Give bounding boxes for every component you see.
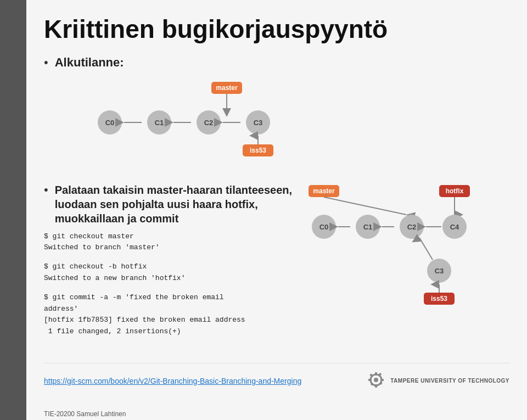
svg-text:master: master xyxy=(216,84,238,92)
svg-line-34 xyxy=(419,238,433,260)
diagram2: master hotfix C0 C1 xyxy=(307,183,509,348)
svg-line-21 xyxy=(324,197,406,215)
footer-logo-text: TAMPERE UNIVERSITY OF TECHNOLOGY xyxy=(390,378,509,384)
svg-rect-44 xyxy=(368,379,372,381)
bullet-dot-1: • xyxy=(44,57,48,69)
code-block-1: $ git checkout master Switched to branch… xyxy=(44,231,307,254)
bottom-text: TIE-20200 Samuel Lahtinen xyxy=(44,410,126,418)
footer-link[interactable]: https://git-scm.com/book/en/v2/Git-Branc… xyxy=(44,377,301,385)
svg-text:iss53: iss53 xyxy=(431,295,447,303)
svg-rect-45 xyxy=(380,379,384,381)
code-block-2: $ git checkout -b hotfix Switched to a n… xyxy=(44,261,307,284)
code-block-3: $ git commit -a -m 'fixed the broken ema… xyxy=(44,292,307,338)
footer: https://git-scm.com/book/en/v2/Git-Branc… xyxy=(44,363,509,392)
svg-text:hotfix: hotfix xyxy=(446,187,464,195)
svg-text:C3: C3 xyxy=(254,119,263,127)
svg-text:C2: C2 xyxy=(407,223,417,231)
svg-text:C0: C0 xyxy=(105,119,115,127)
main-content: Kriittinen bugikorjauspyyntö • Alkutilan… xyxy=(26,0,527,403)
page-title: Kriittinen bugikorjauspyyntö xyxy=(44,15,509,43)
diagram1-svg: master C0 C1 C2 xyxy=(77,80,395,167)
left-bar xyxy=(0,0,26,420)
section2: • Palataan takaisin master-haaran tilant… xyxy=(44,183,509,348)
svg-text:C4: C4 xyxy=(450,223,459,231)
svg-text:C1: C1 xyxy=(363,223,373,231)
section2-text: • Palataan takaisin master-haaran tilant… xyxy=(44,183,307,338)
svg-text:C2: C2 xyxy=(204,119,214,127)
svg-text:C0: C0 xyxy=(319,223,329,231)
svg-text:C3: C3 xyxy=(435,267,444,275)
svg-text:C1: C1 xyxy=(155,119,164,127)
svg-text:master: master xyxy=(313,187,335,195)
bottom-bar: TIE-20200 Samuel Lahtinen xyxy=(26,408,527,420)
diagram2-svg: master hotfix C0 C1 xyxy=(307,183,489,342)
tut-logo-icon xyxy=(366,370,386,392)
svg-rect-42 xyxy=(375,372,377,376)
diagram1: master C0 C1 C2 xyxy=(77,80,395,167)
svg-rect-43 xyxy=(375,384,377,388)
footer-logo: TAMPERE UNIVERSITY OF TECHNOLOGY xyxy=(366,370,509,392)
section1-label: Alkutilanne: xyxy=(55,55,124,70)
svg-text:iss53: iss53 xyxy=(250,147,266,154)
section2-intro: Palataan takaisin master-haaran tilantee… xyxy=(55,183,307,226)
svg-point-41 xyxy=(374,378,378,382)
bullet-dot-2: • xyxy=(44,184,48,196)
section1-bullet: • Alkutilanne: xyxy=(44,55,509,70)
